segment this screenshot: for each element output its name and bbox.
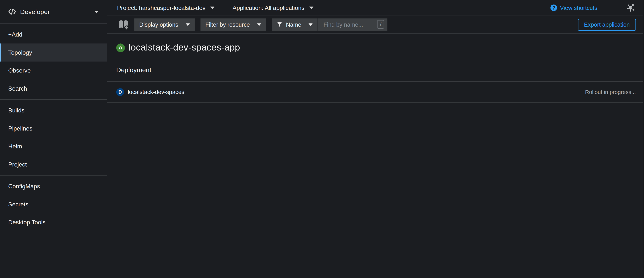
sidebar-item-add[interactable]: +Add (0, 25, 107, 43)
sidebar-item-observe[interactable]: Observe (0, 62, 107, 80)
display-options-dropdown[interactable]: Display options (134, 18, 194, 31)
filter-type-dropdown[interactable]: Name (272, 18, 318, 31)
find-by-name-input[interactable] (324, 21, 377, 28)
application-name: localstack-dev-spaces-app (129, 42, 240, 53)
chevron-down-icon (186, 23, 190, 25)
resource-list: D localstack-dev-spaces Rollout in progr… (107, 81, 644, 103)
sidebar-divider (0, 175, 107, 175)
context-bar: Project: harshcasper-localsta-dev Applic… (107, 0, 644, 16)
deployment-badge: D (116, 88, 124, 96)
sidebar-item-project[interactable]: Project (0, 155, 107, 174)
filter-type-label: Name (286, 21, 301, 28)
application-badge: A (116, 43, 125, 52)
resource-section-title: Deployment (116, 66, 644, 74)
sidebar-item-helm[interactable]: Helm (0, 138, 107, 155)
perspective-switcher[interactable]: Developer (0, 0, 107, 24)
perspective-label: Developer (20, 8, 50, 15)
sidebar-item-builds[interactable]: Builds (0, 101, 107, 119)
export-application-button[interactable]: Export application (578, 19, 636, 31)
sidebar-nav: +Add Topology Observe Search Builds Pipe… (0, 24, 107, 231)
topology-graph-icon[interactable] (626, 3, 635, 12)
sidebar-item-desktop-tools[interactable]: Desktop Tools (0, 213, 107, 231)
display-options-label: Display options (139, 21, 178, 28)
application-selector-label: Application: All applications (233, 4, 304, 11)
chevron-down-icon (94, 10, 98, 13)
filter-by-resource-label: Filter by resource (206, 21, 250, 28)
sidebar: Developer +Add Topology Observe Search B… (0, 0, 107, 278)
project-selector[interactable]: Project: harshcasper-localsta-dev (117, 4, 214, 11)
chevron-down-icon (309, 23, 313, 25)
sidebar-item-search[interactable]: Search (0, 80, 107, 98)
help-circle-icon: ? (550, 4, 557, 11)
chevron-down-icon (257, 23, 261, 25)
main-area: Project: harshcasper-localsta-dev Applic… (107, 0, 644, 278)
topology-toolbar: Display options Filter by resource Name (107, 16, 644, 34)
sidebar-divider (0, 99, 107, 100)
application-group-heading: A localstack-dev-spaces-app (116, 42, 644, 53)
filter-funnel-icon (277, 22, 282, 27)
deployment-row[interactable]: D localstack-dev-spaces Rollout in progr… (107, 81, 644, 103)
name-filter-group: Name / (272, 18, 388, 31)
chevron-down-icon (310, 6, 314, 9)
sidebar-item-pipelines[interactable]: Pipelines (0, 119, 107, 138)
view-shortcuts-label: View shortcuts (560, 4, 597, 11)
sidebar-item-topology[interactable]: Topology (0, 43, 107, 62)
project-selector-label: Project: harshcasper-localsta-dev (117, 4, 206, 11)
quick-search-book-plus-icon[interactable] (118, 20, 129, 30)
scrollbar-track[interactable] (643, 0, 644, 278)
view-shortcuts-link[interactable]: ? View shortcuts (550, 4, 597, 11)
application-selector[interactable]: Application: All applications (233, 4, 314, 11)
find-by-name-wrapper: / (318, 18, 388, 31)
code-icon (8, 8, 16, 15)
deployment-status: Rollout in progress... (585, 89, 636, 95)
console-app: Developer +Add Topology Observe Search B… (0, 0, 644, 278)
slash-key-hint: / (377, 20, 384, 29)
filter-by-resource-dropdown[interactable]: Filter by resource (200, 18, 266, 31)
sidebar-item-secrets[interactable]: Secrets (0, 195, 107, 213)
chevron-down-icon (210, 6, 214, 9)
topology-list-view: A localstack-dev-spaces-app Deployment D… (107, 33, 644, 278)
sidebar-item-configmaps[interactable]: ConfigMaps (0, 177, 107, 195)
deployment-name-link[interactable]: localstack-dev-spaces (128, 89, 184, 95)
